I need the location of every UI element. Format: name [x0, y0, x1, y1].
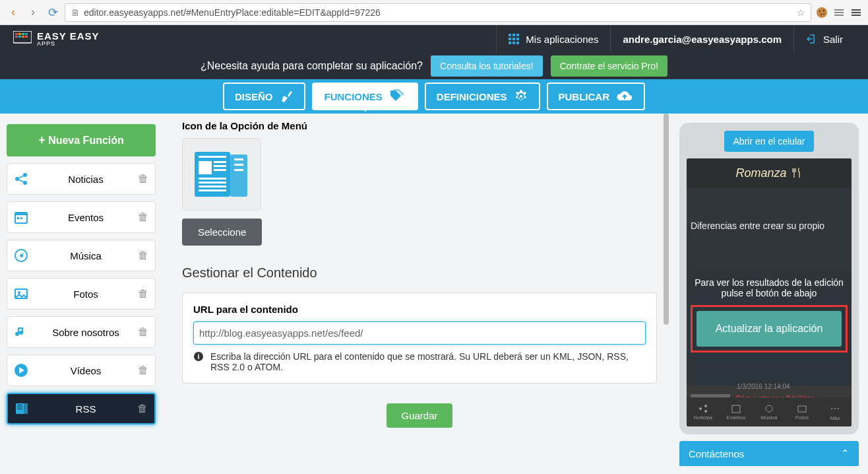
svg-rect-59 — [234, 169, 243, 171]
brush-icon — [279, 89, 294, 104]
tab-functions[interactable]: FUNCIONES — [312, 83, 418, 110]
app-tab-musica[interactable]: Música — [753, 397, 786, 426]
svg-point-29 — [15, 177, 19, 181]
select-icon-button[interactable]: Seleccione — [182, 219, 262, 246]
svg-point-0 — [817, 7, 827, 18]
app-tab-mas[interactable]: ⋯Más — [819, 397, 852, 426]
scrollbar-thumb[interactable] — [664, 114, 669, 325]
svg-point-1 — [819, 10, 821, 11]
sidebar-item-eventos[interactable]: Eventos 🗑 — [7, 201, 156, 233]
browser-forward-button[interactable]: › — [25, 5, 41, 20]
svg-rect-52 — [214, 169, 226, 171]
tab-definitions[interactable]: DEFINICIONES — [425, 83, 540, 110]
browser-reload-button[interactable]: ⟳ — [45, 5, 61, 20]
url-hint: i Escriba la dirección URL para el conte… — [193, 351, 646, 372]
trash-icon[interactable]: 🗑 — [138, 288, 148, 300]
svg-rect-65 — [732, 405, 740, 413]
phone-frame: Abrir en el celular Romanza Diferencias … — [679, 123, 859, 434]
logout-link[interactable]: Salir — [793, 25, 855, 53]
trash-icon[interactable]: 🗑 — [138, 326, 148, 338]
svg-point-31 — [23, 181, 27, 185]
update-app-button[interactable]: Actualizar la aplicación — [697, 311, 842, 347]
open-in-phone-button[interactable]: Abrir en el celular — [724, 131, 815, 152]
content-area: Icon de la Opción de Menú — [162, 114, 670, 474]
svg-point-39 — [18, 291, 20, 294]
browser-toolbar: ‹ › ⟳ 🗎 editor.easyeasyapps.net/#MenuEnt… — [0, 0, 868, 25]
app-topbar: EASY EASY APPS Mis aplicaciones andre.ga… — [0, 25, 868, 53]
svg-rect-18 — [22, 36, 24, 38]
tutorials-button[interactable]: Consulta los tutoriales! — [431, 55, 543, 77]
sidebar-item-sobre-nosotros[interactable]: Sobre nosotros 🗑 — [7, 316, 156, 348]
svg-rect-16 — [15, 36, 18, 38]
svg-rect-27 — [512, 42, 515, 44]
svg-rect-5 — [834, 9, 844, 11]
trash-icon[interactable]: 🗑 — [138, 364, 148, 376]
url-input[interactable] — [193, 322, 646, 345]
sidebar-item-musica[interactable]: Música 🗑 — [7, 240, 156, 271]
app-tab-fotos[interactable]: Fotos — [786, 397, 819, 426]
logout-icon — [806, 34, 817, 44]
svg-rect-48 — [199, 156, 226, 158]
tags-icon — [389, 89, 406, 104]
svg-point-66 — [766, 405, 772, 412]
svg-rect-7 — [834, 15, 844, 16]
fork-knife-icon — [791, 167, 803, 179]
tab-publish[interactable]: PUBLICAR — [547, 83, 646, 110]
menu-icon[interactable] — [850, 6, 863, 19]
newspaper-icon — [192, 148, 251, 201]
svg-rect-21 — [512, 34, 515, 36]
extension-icon-2[interactable] — [832, 6, 846, 19]
svg-rect-14 — [22, 33, 24, 35]
svg-rect-28 — [516, 42, 519, 44]
save-button[interactable]: Guardar — [387, 403, 452, 428]
svg-rect-26 — [509, 42, 511, 44]
sidebar-item-videos[interactable]: Vídeos 🗑 — [7, 355, 156, 386]
sidebar-item-label: Vídeos — [34, 365, 138, 376]
pro-service-button[interactable]: Contrate el servicio Pro! — [551, 55, 667, 77]
my-apps-link[interactable]: Mis aplicaciones — [496, 25, 610, 53]
trash-icon[interactable]: 🗑 — [137, 403, 148, 415]
help-question: ¿Necesita ayuda para completar su aplica… — [201, 60, 423, 72]
trash-icon[interactable]: 🗑 — [138, 250, 148, 261]
svg-point-64 — [704, 410, 707, 413]
logo-icon — [13, 31, 32, 47]
address-bar[interactable]: 🗎 editor.easyeasyapps.net/#MenuEntryPlac… — [65, 3, 811, 22]
info-icon: i — [193, 351, 204, 372]
my-apps-label: Mis aplicaciones — [526, 34, 598, 45]
svg-point-4 — [823, 13, 824, 15]
svg-rect-67 — [798, 406, 806, 412]
svg-rect-43 — [17, 405, 22, 405]
svg-rect-8 — [852, 9, 861, 11]
url-text: editor.easyeasyapps.net/#MenuEntryPlace:… — [84, 7, 381, 18]
app-tab-noticias[interactable]: Noticias — [687, 397, 720, 426]
sidebar-item-fotos[interactable]: Fotos 🗑 — [7, 278, 156, 310]
cloud-upload-icon — [616, 90, 633, 103]
menu-icon-preview — [182, 138, 261, 211]
svg-rect-56 — [199, 189, 226, 191]
browser-back-button[interactable]: ‹ — [5, 5, 21, 20]
contact-us-bar[interactable]: Contáctenos ⌃ — [679, 441, 859, 466]
cookie-extension-icon[interactable] — [815, 6, 828, 19]
svg-rect-19 — [25, 36, 28, 38]
sidebar-item-label: Eventos — [34, 212, 138, 223]
preview-overlay: Para ver los resultados de la edición pu… — [691, 277, 848, 353]
app-tab-eventos[interactable]: Eventos — [720, 397, 753, 426]
sidebar-item-noticias[interactable]: Noticias 🗑 — [7, 163, 156, 195]
user-email[interactable]: andre.garcia@easyeasyapps.com — [610, 25, 793, 53]
bookmark-star-icon[interactable]: ☆ — [797, 7, 805, 18]
share-icon — [14, 172, 34, 186]
tab-design[interactable]: DISEÑO — [223, 83, 306, 110]
svg-rect-23 — [509, 38, 511, 40]
logo[interactable]: EASY EASY APPS — [13, 31, 100, 47]
sidebar-item-label: Fotos — [34, 288, 138, 300]
svg-rect-20 — [509, 34, 511, 36]
svg-rect-33 — [15, 213, 27, 215]
new-function-button[interactable]: + Nueva Función — [7, 124, 156, 156]
gear-icon — [514, 89, 528, 104]
update-highlight-box: Actualizar la aplicación — [691, 305, 848, 353]
svg-rect-12 — [15, 33, 18, 35]
trash-icon[interactable]: 🗑 — [138, 173, 148, 185]
svg-rect-25 — [516, 38, 519, 40]
sidebar-item-rss[interactable]: RSS 🗑 — [7, 393, 156, 424]
trash-icon[interactable]: 🗑 — [138, 211, 148, 223]
